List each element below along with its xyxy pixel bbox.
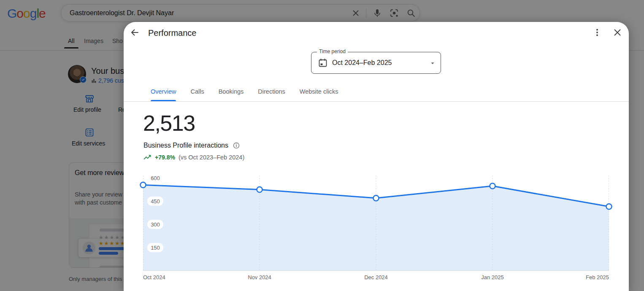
interactions-total: 2,513 <box>143 110 195 136</box>
performance-tabs: Overview Calls Bookings Directions Websi… <box>151 84 352 101</box>
arrow-back-icon <box>130 27 140 38</box>
x-axis-label: Nov 2024 <box>248 274 271 280</box>
chart-point[interactable] <box>257 187 262 192</box>
y-tick-label: 600 <box>151 175 160 181</box>
tab-directions[interactable]: Directions <box>258 84 285 101</box>
delta-percentage: +79.8% <box>155 154 175 161</box>
close-button[interactable] <box>609 24 626 41</box>
x-axis-label: Dec 2024 <box>364 274 388 280</box>
y-tick-label: 300 <box>151 221 160 228</box>
interactions-chart: 600450300150 <box>143 169 609 271</box>
back-button[interactable] <box>126 24 143 41</box>
chart-x-axis: Oct 2024Nov 2024Dec 2024Jan 2025Feb 2025 <box>143 274 609 281</box>
info-icon[interactable] <box>233 142 240 149</box>
tab-overview[interactable]: Overview <box>151 84 176 101</box>
dropdown-arrow-icon <box>430 60 436 66</box>
dialog-title: Performance <box>148 28 197 38</box>
y-tick-label: 450 <box>151 198 160 205</box>
three-dot-menu-icon <box>592 27 602 38</box>
chart-point[interactable] <box>141 182 146 188</box>
delta-comparison-period: (vs Oct 2023–Feb 2024) <box>179 154 244 161</box>
tab-bookings[interactable]: Bookings <box>219 84 244 101</box>
tabs-divider <box>124 101 629 102</box>
x-axis-label: Feb 2025 <box>586 274 609 280</box>
more-options-button[interactable] <box>589 24 606 41</box>
calendar-icon <box>318 58 328 68</box>
x-axis-label: Jan 2025 <box>481 274 504 280</box>
time-period-select[interactable]: Time period Oct 2024–Feb 2025 <box>311 52 441 74</box>
trending-up-icon <box>143 153 152 162</box>
interactions-label: Business Profile interactions <box>143 142 228 149</box>
chart-point[interactable] <box>606 204 612 209</box>
tab-calls[interactable]: Calls <box>190 84 204 101</box>
chart-point[interactable] <box>373 195 379 201</box>
tab-website-clicks[interactable]: Website clicks <box>300 84 338 101</box>
y-tick-label: 150 <box>151 245 160 251</box>
close-icon <box>612 27 622 38</box>
time-period-value: Oct 2024–Feb 2025 <box>332 52 392 73</box>
chart-point[interactable] <box>490 183 495 189</box>
performance-dialog: Performance Time period Oct 2024–Feb 202… <box>124 22 629 291</box>
x-axis-label: Oct 2024 <box>143 274 165 280</box>
